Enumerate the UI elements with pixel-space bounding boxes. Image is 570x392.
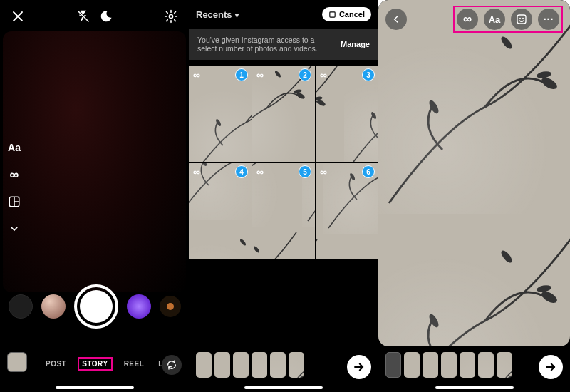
sequence-thumb-empty[interactable] xyxy=(385,352,401,378)
camera-modes[interactable]: POST STORY REEL LIVE xyxy=(43,357,153,371)
cancel-label: Cancel xyxy=(339,10,365,19)
selected-thumb[interactable] xyxy=(196,352,212,378)
mode-reel[interactable]: REEL xyxy=(121,357,147,371)
photo-cell[interactable]: ∞ 4 xyxy=(189,163,252,259)
selection-badge: 3 xyxy=(362,68,375,81)
boomerang-icon: ∞ xyxy=(193,69,200,81)
notice-text: You've given Instagram access to a selec… xyxy=(197,36,318,53)
effect-avatar[interactable] xyxy=(41,294,66,319)
sticker-tool-icon[interactable] xyxy=(511,9,532,30)
text-tool-icon[interactable]: Aa xyxy=(6,139,23,156)
shutter-button[interactable] xyxy=(74,284,118,329)
flash-off-icon[interactable] xyxy=(74,7,93,26)
editor-tools-highlight: ∞ Aa ··· xyxy=(453,6,563,33)
story-sequence-strip[interactable] xyxy=(385,352,563,378)
mode-story[interactable]: STORY xyxy=(78,357,112,371)
svg-point-8 xyxy=(519,18,521,19)
photo-grid: ∞ 1 ∞ 2 ∞ 3 ∞ 4 ∞ 5 ∞ 6 xyxy=(189,66,378,344)
boomerang-tool-icon[interactable]: ∞ xyxy=(6,166,23,183)
gallery-thumbnail[interactable] xyxy=(7,352,27,372)
expand-options-icon[interactable] xyxy=(6,220,23,237)
svg-point-9 xyxy=(522,18,524,19)
sequence-thumb[interactable] xyxy=(441,352,457,378)
editor-footer xyxy=(378,346,570,392)
camera-bottom-bar: POST STORY REEL LIVE xyxy=(0,335,189,392)
photo-cell[interactable]: ∞ 2 xyxy=(252,66,315,162)
svg-point-2 xyxy=(170,15,173,19)
sequence-thumb[interactable] xyxy=(497,352,512,378)
editor-canvas[interactable] xyxy=(378,0,570,346)
camera-viewfinder xyxy=(3,31,186,292)
cancel-button[interactable]: Cancel xyxy=(322,7,371,21)
selected-thumb[interactable] xyxy=(214,352,230,378)
sequence-thumb[interactable] xyxy=(404,352,420,378)
effect-thumb[interactable] xyxy=(9,294,33,319)
recents-label: Recents xyxy=(196,9,232,20)
photo-cell[interactable]: ∞ 5 xyxy=(252,163,315,259)
next-button[interactable] xyxy=(347,355,371,379)
selection-badge: 1 xyxy=(235,68,248,81)
selected-thumb[interactable] xyxy=(252,352,267,378)
editor-top-bar: ∞ Aa ··· xyxy=(378,6,570,33)
sequence-thumb[interactable] xyxy=(460,352,475,378)
layout-tool-icon[interactable] xyxy=(6,193,23,210)
limited-access-notice: You've given Instagram access to a selec… xyxy=(189,29,378,60)
manage-button[interactable]: Manage xyxy=(341,40,370,48)
moon-night-icon[interactable] xyxy=(97,7,115,26)
close-icon[interactable] xyxy=(9,7,27,26)
back-button[interactable] xyxy=(385,9,407,30)
effect-dot[interactable] xyxy=(160,296,181,317)
photo-picker-screen: Recents▾ Cancel You've given Instagram a… xyxy=(189,0,378,392)
settings-gear-icon[interactable] xyxy=(162,7,180,26)
svg-rect-7 xyxy=(517,15,526,24)
sequence-thumb[interactable] xyxy=(423,352,438,378)
boomerang-icon: ∞ xyxy=(256,69,264,81)
switch-camera-icon[interactable] xyxy=(162,355,182,375)
selected-thumb[interactable] xyxy=(270,352,286,378)
story-side-options: Aa ∞ xyxy=(6,139,23,237)
home-indicator xyxy=(435,386,514,389)
mode-post[interactable]: POST xyxy=(43,357,69,371)
recents-dropdown[interactable]: Recents▾ xyxy=(196,9,239,20)
boomerang-icon: ∞ xyxy=(256,166,264,177)
selection-strip[interactable] xyxy=(196,352,371,378)
picker-header: Recents▾ Cancel xyxy=(189,4,378,24)
selected-thumb[interactable] xyxy=(289,352,304,378)
text-tool-icon[interactable]: Aa xyxy=(484,9,505,30)
home-indicator xyxy=(56,386,134,389)
selection-badge: 6 xyxy=(362,165,375,178)
photo-cell[interactable]: ∞ 6 xyxy=(316,163,378,259)
photo-cell[interactable]: ∞ 1 xyxy=(189,66,252,162)
selection-badge: 5 xyxy=(299,165,311,178)
boomerang-icon: ∞ xyxy=(320,166,327,177)
boomerang-tool-icon[interactable]: ∞ xyxy=(457,9,478,30)
boomerang-icon: ∞ xyxy=(193,166,200,177)
effects-carousel[interactable] xyxy=(0,284,189,329)
picker-footer xyxy=(189,346,378,392)
home-indicator xyxy=(244,386,323,389)
selection-badge: 2 xyxy=(299,68,311,81)
svg-rect-6 xyxy=(330,11,335,16)
selection-badge: 4 xyxy=(235,165,248,178)
chevron-down-icon: ▾ xyxy=(235,11,239,19)
effect-sparkle[interactable] xyxy=(127,294,151,319)
selected-thumb[interactable] xyxy=(233,352,249,378)
story-editor-screen: ∞ Aa ··· xyxy=(378,0,570,392)
more-options-icon[interactable]: ··· xyxy=(538,9,559,30)
photo-cell[interactable]: ∞ 3 xyxy=(316,66,378,162)
sequence-thumb[interactable] xyxy=(478,352,494,378)
next-button[interactable] xyxy=(539,355,563,379)
story-camera-screen: Aa ∞ POST STORY REEL LIVE xyxy=(0,0,189,392)
boomerang-icon: ∞ xyxy=(320,69,327,81)
camera-top-bar xyxy=(0,7,189,26)
